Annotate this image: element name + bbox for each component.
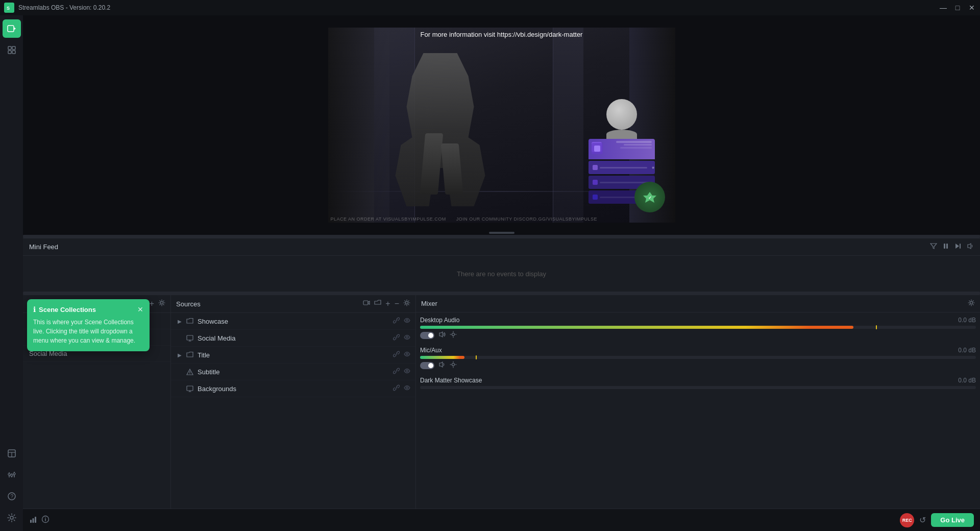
sidebar-item-video[interactable] bbox=[3, 19, 21, 38]
go-live-button[interactable]: Go Live bbox=[931, 513, 974, 527]
source-expand-title[interactable]: ▶ bbox=[176, 351, 183, 358]
sidebar-item-mixer[interactable] bbox=[3, 466, 21, 484]
minifeed-controls bbox=[930, 243, 974, 251]
preview-bottom-text-2: JOIN OUR COMMUNITY DISCORD.GG/VISUALSBYI… bbox=[456, 216, 597, 222]
source-eye-icon-5[interactable] bbox=[404, 384, 410, 393]
preview-badge: ✓ bbox=[634, 182, 665, 212]
info-icon[interactable] bbox=[41, 515, 50, 525]
svg-rect-37 bbox=[187, 386, 193, 391]
mixer-mic-aux-fill bbox=[420, 356, 464, 359]
skip-icon[interactable] bbox=[954, 243, 962, 251]
sources-add-icon[interactable]: + bbox=[385, 299, 390, 308]
source-item-title[interactable]: ▶ Title bbox=[171, 347, 415, 364]
mixer-desktop-audio-marker bbox=[876, 325, 877, 329]
source-controls-social-media bbox=[393, 334, 410, 342]
sources-folder-icon[interactable] bbox=[374, 299, 381, 308]
svg-rect-44 bbox=[30, 520, 32, 523]
source-label-showcase: Showcase bbox=[198, 318, 393, 325]
svg-text:?: ? bbox=[10, 494, 13, 499]
source-item-backgrounds[interactable]: Backgrounds bbox=[171, 380, 415, 397]
source-item-showcase[interactable]: ▶ Showcase bbox=[171, 313, 415, 330]
source-link-icon-3[interactable] bbox=[393, 351, 400, 359]
source-link-icon-5[interactable] bbox=[393, 384, 400, 393]
source-item-social-media[interactable]: Social Media bbox=[171, 330, 415, 347]
window-controls[interactable]: — □ ✕ bbox=[939, 4, 976, 12]
scenes-settings-icon[interactable] bbox=[158, 299, 165, 308]
source-monitor-icon bbox=[185, 333, 194, 343]
mixer-mic-aux-volume-icon[interactable] bbox=[438, 361, 446, 370]
sidebar-item-scenes[interactable] bbox=[3, 444, 21, 463]
restore-button[interactable]: ↺ bbox=[919, 515, 926, 525]
minifeed-panel: Mini Feed bbox=[23, 238, 980, 292]
mixer-channels-list: Desktop Audio 0.0 dB bbox=[416, 312, 980, 509]
mixer-channel-mic-aux: Mic/Aux 0.0 dB bbox=[420, 347, 976, 370]
sources-list: ▶ Showcase bbox=[171, 313, 415, 509]
source-link-icon[interactable] bbox=[393, 317, 400, 325]
svg-point-38 bbox=[406, 387, 408, 389]
mixer-desktop-audio-settings-icon[interactable] bbox=[450, 331, 457, 340]
mixer-mic-aux-toggle[interactable] bbox=[420, 362, 434, 369]
mixer-settings-icon[interactable] bbox=[968, 299, 975, 308]
sources-settings-icon[interactable] bbox=[403, 299, 410, 308]
preview-resize-handle[interactable] bbox=[489, 232, 514, 234]
sidebar-item-help[interactable]: ? bbox=[3, 487, 21, 505]
sources-panel-title: Sources bbox=[176, 300, 201, 308]
volume-icon[interactable] bbox=[967, 243, 974, 251]
record-button[interactable]: REC bbox=[900, 513, 914, 527]
svg-point-35 bbox=[189, 373, 190, 374]
stats-icon[interactable] bbox=[29, 515, 37, 525]
bottom-bar: REC ↺ Go Live bbox=[23, 509, 980, 531]
mixer-mic-aux-marker bbox=[476, 355, 477, 359]
minimize-button[interactable]: — bbox=[939, 4, 947, 12]
sources-camera-icon[interactable] bbox=[363, 299, 370, 308]
svg-marker-40 bbox=[439, 332, 443, 337]
titlebar: S Streamlabs OBS - Version: 0.20.2 — □ ✕ bbox=[0, 0, 980, 15]
mixer-desktop-audio-volume-icon[interactable] bbox=[438, 331, 446, 340]
svg-rect-31 bbox=[187, 335, 193, 340]
mixer-channel-desktop-audio-db: 0.0 dB bbox=[958, 317, 976, 324]
app-container: ? bbox=[0, 15, 980, 531]
minifeed-empty-text: There are no events to display bbox=[457, 270, 546, 278]
source-expand-icon[interactable]: ▶ bbox=[176, 318, 183, 325]
svg-text:S: S bbox=[7, 6, 10, 11]
scenes-add-button[interactable]: + bbox=[150, 299, 154, 308]
sidebar-item-settings[interactable] bbox=[3, 509, 21, 527]
filter-icon[interactable] bbox=[930, 243, 937, 251]
mixer-channel-mic-aux-header: Mic/Aux 0.0 dB bbox=[420, 347, 976, 354]
source-eye-icon-2[interactable] bbox=[404, 334, 410, 342]
source-item-subtitle[interactable]: Subtitle bbox=[171, 364, 415, 380]
maximize-button[interactable]: □ bbox=[953, 4, 962, 12]
svg-point-36 bbox=[406, 370, 408, 372]
mixer-mic-aux-settings-icon[interactable] bbox=[450, 361, 457, 370]
close-button[interactable]: ✕ bbox=[968, 4, 976, 12]
source-eye-icon-3[interactable] bbox=[404, 351, 410, 359]
source-expand-placeholder-3 bbox=[176, 385, 183, 392]
tooltip-info-icon: ℹ bbox=[33, 305, 36, 313]
source-link-icon-2[interactable] bbox=[393, 334, 400, 342]
svg-rect-5 bbox=[12, 46, 15, 50]
source-link-icon-4[interactable] bbox=[393, 368, 400, 376]
avatar-overlay-bar bbox=[589, 139, 655, 159]
sidebar-item-widgets[interactable] bbox=[3, 41, 21, 59]
bottom-bar-left bbox=[29, 515, 50, 525]
svg-point-14 bbox=[8, 473, 10, 475]
mixer-desktop-audio-toggle[interactable] bbox=[420, 332, 434, 339]
source-controls-subtitle bbox=[393, 368, 410, 376]
source-eye-icon-4[interactable] bbox=[404, 368, 410, 376]
pause-icon[interactable] bbox=[942, 243, 949, 251]
sources-remove-icon[interactable]: − bbox=[395, 299, 399, 308]
svg-rect-2 bbox=[8, 26, 14, 32]
tooltip-close-button[interactable]: ✕ bbox=[137, 305, 143, 313]
svg-point-33 bbox=[406, 353, 408, 355]
mixer-channel-dark-matter-header: Dark Matter Showcase 0.0 dB bbox=[420, 377, 976, 384]
mixer-channel-mic-aux-name: Mic/Aux bbox=[420, 347, 442, 354]
svg-rect-46 bbox=[35, 517, 36, 523]
mixer-channel-desktop-audio: Desktop Audio 0.0 dB bbox=[420, 317, 976, 340]
preview-bottom-text-1: PLACE AN ORDER AT VISUALSBYIMPULSE.COM bbox=[331, 216, 446, 222]
sources-panel: Sources + bbox=[171, 295, 416, 509]
avatar-circle bbox=[606, 99, 637, 130]
svg-rect-24 bbox=[960, 244, 961, 249]
mixer-panel: Mixer Desktop Audio 0.0 dB bbox=[416, 295, 980, 509]
source-eye-icon[interactable] bbox=[404, 317, 410, 325]
svg-point-32 bbox=[406, 336, 408, 339]
